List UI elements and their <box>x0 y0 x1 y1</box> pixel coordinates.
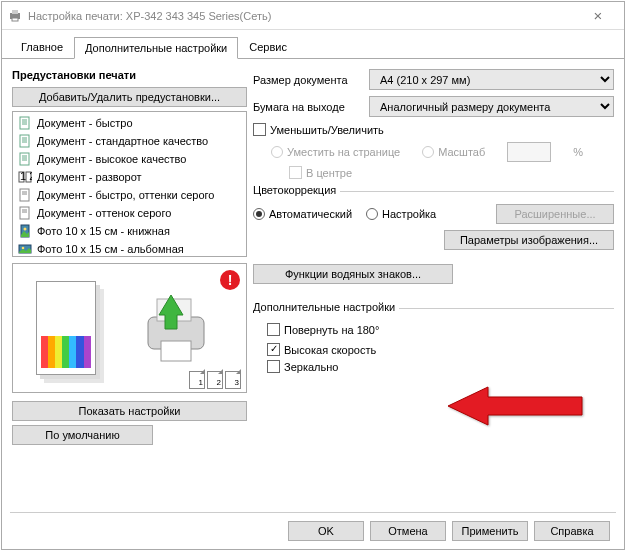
list-item[interactable]: Фото 10 x 15 см - альбомная <box>13 240 246 257</box>
output-paper-select[interactable]: Аналогичный размеру документа <box>369 96 614 117</box>
highspeed-checkbox[interactable]: ✓Высокая скорость <box>267 343 376 356</box>
fit-page-radio: Уместить на странице <box>271 146 400 158</box>
svg-rect-2 <box>12 18 18 21</box>
list-item[interactable]: 1 2Документ - разворот <box>13 168 246 186</box>
svg-rect-11 <box>20 153 29 165</box>
svg-point-25 <box>24 228 27 231</box>
svg-rect-3 <box>20 117 29 129</box>
printer-icon <box>8 8 22 24</box>
list-item[interactable]: Документ - стандартное качество <box>13 132 246 150</box>
doc-size-select[interactable]: A4 (210 x 297 мм) <box>369 69 614 90</box>
list-item[interactable]: Документ - оттенок серого <box>13 204 246 222</box>
apply-button[interactable]: Применить <box>452 521 528 541</box>
separator <box>10 512 616 513</box>
output-paper-label: Бумага на выходе <box>253 101 369 113</box>
spread-icon: 1 2 <box>17 169 33 185</box>
document-gray-icon <box>17 205 33 221</box>
tab-bar: Главное Дополнительные настройки Сервис <box>2 30 624 59</box>
titlebar: Настройка печати: XP-342 343 345 Series(… <box>2 2 624 30</box>
ok-button[interactable]: OK <box>288 521 364 541</box>
color-auto-radio[interactable]: Автоматический <box>253 208 352 220</box>
alert-icon: ! <box>220 270 240 290</box>
rotate-checkbox[interactable]: Повернуть на 180° <box>267 323 379 336</box>
reduce-enlarge-checkbox[interactable]: Уменьшить/Увеличить <box>253 123 384 136</box>
presets-list[interactable]: Документ - быстро Документ - стандартное… <box>12 111 247 257</box>
dialog-footer: OK Отмена Применить Справка <box>288 521 610 541</box>
additional-settings-label: Дополнительные настройки <box>253 301 399 313</box>
mirror-checkbox[interactable]: Зеркально <box>267 360 338 373</box>
defaults-button[interactable]: По умолчанию <box>12 425 153 445</box>
manage-presets-button[interactable]: Добавить/Удалить предустановки... <box>12 87 247 107</box>
svg-rect-18 <box>20 189 29 201</box>
red-arrow-annotation <box>448 384 584 428</box>
svg-text:1 2: 1 2 <box>20 170 32 182</box>
tab-advanced[interactable]: Дополнительные настройки <box>74 37 238 59</box>
svg-point-27 <box>22 247 25 250</box>
photo-landscape-icon <box>17 241 33 257</box>
help-button[interactable]: Справка <box>534 521 610 541</box>
document-icon <box>17 133 33 149</box>
document-icon <box>17 151 33 167</box>
color-tune-radio[interactable]: Настройка <box>366 208 436 220</box>
presets-title: Предустановки печати <box>12 69 247 81</box>
document-gray-icon <box>17 187 33 203</box>
list-item[interactable]: Документ - быстро, оттенки серого <box>13 186 246 204</box>
tab-main[interactable]: Главное <box>10 36 74 58</box>
svg-rect-30 <box>161 341 191 361</box>
printer-icon <box>133 283 223 373</box>
preview-pane: ! 123 <box>12 263 247 393</box>
document-icon <box>17 115 33 131</box>
watermark-button[interactable]: Функции водяных знаков... <box>253 264 453 284</box>
svg-rect-7 <box>20 135 29 147</box>
copies-icon: 123 <box>189 371 241 389</box>
svg-marker-32 <box>448 387 582 425</box>
list-item[interactable]: Фото 10 x 15 см - книжная <box>13 222 246 240</box>
close-icon[interactable]: × <box>578 7 618 24</box>
scale-radio: Масштаб <box>422 146 485 158</box>
list-item[interactable]: Документ - быстро <box>13 114 246 132</box>
scale-spinner <box>507 142 551 162</box>
image-params-button[interactable]: Параметры изображения... <box>444 230 614 250</box>
print-settings-dialog: Настройка печати: XP-342 343 345 Series(… <box>1 1 625 550</box>
page-thumbnail <box>36 281 96 375</box>
list-item[interactable]: Документ - высокое качество <box>13 150 246 168</box>
tab-service[interactable]: Сервис <box>238 36 298 58</box>
center-checkbox: В центре <box>289 166 352 179</box>
color-correction-label: Цветокоррекция <box>253 184 340 196</box>
show-settings-button[interactable]: Показать настройки <box>12 401 247 421</box>
color-advanced-button: Расширенные... <box>496 204 614 224</box>
svg-rect-21 <box>20 207 29 219</box>
window-title: Настройка печати: XP-342 343 345 Series(… <box>28 10 578 22</box>
svg-rect-1 <box>12 10 18 14</box>
cancel-button[interactable]: Отмена <box>370 521 446 541</box>
doc-size-label: Размер документа <box>253 74 369 86</box>
photo-portrait-icon <box>17 223 33 239</box>
